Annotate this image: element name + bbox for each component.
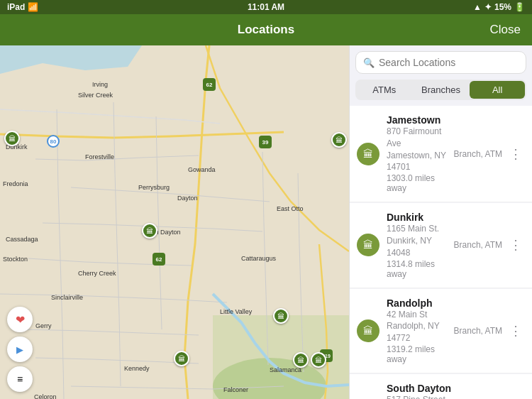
location-info: Randolph 42 Main St Randolph, NY 14772 1…	[387, 297, 454, 364]
more-button[interactable]: ⋮	[506, 320, 525, 341]
map-label-irving: Irving	[92, 81, 108, 88]
close-button[interactable]: Close	[490, 23, 521, 37]
map-marker-littlevalley[interactable]: 🏛	[273, 308, 289, 324]
map-label-eastotto: East Otto	[277, 205, 304, 212]
location-item[interactable]: 🏛 Dunkirk 1165 Main St. Dunkirk, NY 1404…	[350, 203, 532, 288]
search-icon: 🔍	[363, 58, 375, 68]
map-label-perrysburg: Perrysburg	[138, 184, 170, 191]
map-label-cherrycreek: Cherry Creek	[78, 270, 116, 277]
status-time: 11:01 AM	[248, 2, 284, 12]
map-background: Irving Silver Creek Dunkirk Forestville …	[0, 45, 349, 399]
status-bar: iPad 📶 11:01 AM ▲ ✦ 15% 🔋	[0, 0, 532, 14]
map-label-silvercreek: Silver Creek	[78, 92, 113, 99]
location-name: Jamestown	[387, 114, 454, 126]
location-name: Randolph	[387, 297, 454, 309]
filter-tabs: ATMs Branches All	[355, 80, 526, 100]
location-address: 870 Fairmount Ave	[387, 126, 454, 150]
wifi-icon: 📶	[28, 2, 38, 12]
map-label-cassadaga: Cassadaga	[6, 236, 38, 243]
highway-80-badge: 80	[47, 135, 60, 148]
location-type: Branch, ATM	[454, 326, 502, 336]
map-label-kennedy: Kennedy	[124, 365, 150, 372]
main-container: Irving Silver Creek Dunkirk Forestville …	[0, 45, 532, 399]
location-icon: 🏛	[357, 234, 379, 256]
location-info: Dunkirk 1165 Main St. Dunkirk, NY 14048 …	[387, 212, 454, 278]
map-label-stockton: Stockton	[3, 256, 28, 263]
location-city: Dunkirk, NY 14048	[387, 235, 454, 259]
location-distance: 1314.8 miles away	[387, 259, 454, 279]
location-address: 42 Main St	[387, 309, 454, 321]
location-address: 1165 Main St.	[387, 223, 454, 235]
bluetooth-icon: ✦	[484, 2, 492, 12]
map-marker-southdayton[interactable]: 🏛	[142, 223, 157, 239]
map-label-falconer: Falconer	[223, 386, 248, 393]
location-distance: 1319.2 miles away	[387, 344, 454, 364]
location-distance: 1303.0 miles away	[387, 173, 454, 193]
more-button[interactable]: ⋮	[506, 143, 525, 165]
map-marker-randolph[interactable]: 🏛	[174, 351, 189, 366]
location-right: Branch, ATM ⋮	[454, 234, 525, 256]
location-button[interactable]: ▶	[7, 337, 33, 362]
more-button[interactable]: ⋮	[506, 234, 525, 256]
tab-atms[interactable]: ATMs	[357, 81, 412, 99]
highway-62-badge-mid: 62	[153, 253, 165, 266]
page-title: Locations	[238, 23, 294, 37]
status-right: ▲ ✦ 15% 🔋	[473, 2, 525, 12]
location-right: Branch, ATM ⋮	[454, 143, 525, 165]
right-panel: 🔍 ATMs Branches All 🏛 Jamestown 870 Fair…	[349, 45, 532, 399]
heart-button[interactable]: ❤	[7, 307, 33, 332]
map-marker-dunkirk[interactable]: 🏛	[4, 131, 20, 146]
search-box[interactable]: 🔍	[355, 51, 526, 74]
map-label-celoron: Celoron	[34, 393, 57, 399]
layers-button[interactable]: ≡	[7, 366, 33, 392]
map-label-salamanca: Salamanca	[270, 366, 301, 373]
location-list: 🏛 Jamestown 870 Fairmount Ave Jamestown,…	[350, 106, 532, 399]
map-label-littlevalley: Little Valley	[220, 308, 252, 315]
location-address: 517 Pine Street	[387, 394, 454, 399]
nav-bar: Locations Close	[0, 14, 532, 45]
location-icon: 🏛	[357, 319, 379, 342]
status-left: iPad 📶	[7, 2, 38, 12]
location-right: Branch, ATM ⋮	[454, 320, 525, 341]
map-container[interactable]: Irving Silver Creek Dunkirk Forestville …	[0, 45, 349, 399]
map-label-fredonia: Fredonia	[3, 180, 28, 187]
map-svg	[0, 45, 349, 399]
location-info: Jamestown 870 Fairmount Ave Jamestown, N…	[387, 114, 454, 193]
map-marker-top-right[interactable]: 🏛	[331, 132, 347, 148]
map-label-cattaraugus: Cattaraugus	[241, 255, 276, 262]
location-name: South Dayton	[387, 383, 454, 394]
battery-icon: 🔋	[514, 2, 525, 12]
map-label-gowanda: Gowanda	[188, 166, 216, 173]
location-name: Dunkirk	[387, 212, 454, 223]
location-item[interactable]: 🏛 South Dayton 517 Pine Street South Day…	[350, 374, 532, 399]
map-marker-salamanca[interactable]: 🏛	[293, 352, 309, 368]
highway-39-badge: 39	[259, 136, 272, 148]
location-city: Randolph, NY 14772	[387, 320, 454, 344]
map-marker-kill[interactable]: 🏛	[311, 352, 326, 368]
location-type: Branch, ATM	[454, 240, 502, 250]
battery-label: 15%	[494, 2, 511, 12]
signal-icon: ▲	[473, 2, 482, 12]
location-item[interactable]: 🏛 Randolph 42 Main St Randolph, NY 14772…	[350, 289, 532, 373]
location-info: South Dayton 517 Pine Street South Dayto…	[387, 383, 454, 399]
location-city: Jamestown, NY 14701	[387, 150, 454, 174]
location-item[interactable]: 🏛 Jamestown 870 Fairmount Ave Jamestown,…	[350, 106, 532, 202]
map-label-forestville: Forestville	[85, 153, 114, 160]
location-icon: 🏛	[357, 143, 379, 165]
tab-all[interactable]: All	[470, 81, 525, 99]
ipad-label: iPad	[7, 2, 25, 12]
search-input[interactable]	[379, 57, 519, 68]
map-label-sinclairville: Sinclairville	[51, 294, 83, 301]
tab-branches[interactable]: Branches	[414, 81, 469, 99]
highway-62-badge-top: 62	[203, 78, 216, 91]
map-label-dayton: Dayton	[177, 195, 198, 202]
map-controls: ❤ ▶ ≡	[7, 307, 33, 392]
location-type: Branch, ATM	[454, 149, 502, 159]
map-label-gerry: Gerry	[35, 322, 52, 329]
